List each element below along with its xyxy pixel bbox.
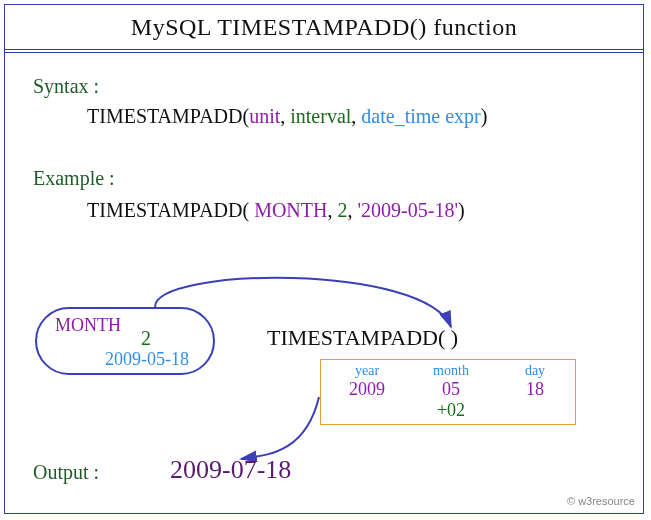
syntax-sep2: , bbox=[351, 105, 361, 127]
month-value: 05 bbox=[411, 379, 491, 400]
example-label: Example : bbox=[33, 167, 115, 190]
syntax-datetime: date_time expr bbox=[361, 105, 480, 127]
example-fn: TIMESTAMPADD( bbox=[87, 199, 254, 221]
col-year: year 2009 bbox=[327, 363, 407, 400]
input-interval: 2 bbox=[141, 327, 151, 350]
content-area: Syntax : TIMESTAMPADD(unit, interval, da… bbox=[5, 53, 643, 513]
input-bubble: MONTH 2 2009-05-18 bbox=[35, 307, 215, 375]
col-month: month 05 bbox=[411, 363, 491, 400]
syntax-fn: TIMESTAMPADD( bbox=[87, 105, 249, 127]
example-sep1: , bbox=[327, 199, 337, 221]
example-close: ) bbox=[458, 199, 465, 221]
syntax-interval: interval bbox=[290, 105, 351, 127]
example-sep2: , bbox=[347, 199, 357, 221]
syntax-label: Syntax : bbox=[33, 75, 99, 98]
diagram-frame: MySQL TIMESTAMPADD() function Syntax : T… bbox=[4, 4, 644, 514]
month-label: month bbox=[411, 363, 491, 379]
syntax-line: TIMESTAMPADD(unit, interval, date_time e… bbox=[87, 105, 487, 128]
syntax-unit: unit bbox=[249, 105, 280, 127]
syntax-close: ) bbox=[481, 105, 488, 127]
example-line: TIMESTAMPADD( MONTH, 2, '2009-05-18') bbox=[87, 199, 465, 222]
output-label: Output : bbox=[33, 461, 99, 484]
col-day: day 18 bbox=[495, 363, 575, 400]
date-breakdown-box: year 2009 month 05 day 18 +02 bbox=[320, 359, 576, 425]
month-delta: +02 bbox=[411, 400, 491, 421]
day-value: 18 bbox=[495, 379, 575, 400]
example-date: '2009-05-18' bbox=[357, 199, 458, 221]
year-label: year bbox=[327, 363, 407, 379]
year-value: 2009 bbox=[327, 379, 407, 400]
input-unit: MONTH bbox=[55, 315, 121, 336]
input-date: 2009-05-18 bbox=[105, 349, 189, 370]
credit: © w3resource bbox=[567, 495, 635, 507]
output-value: 2009-07-18 bbox=[170, 455, 291, 485]
syntax-sep1: , bbox=[280, 105, 290, 127]
day-label: day bbox=[495, 363, 575, 379]
example-unit: MONTH bbox=[254, 199, 327, 221]
example-interval: 2 bbox=[337, 199, 347, 221]
func-call: TIMESTAMPADD( ) bbox=[267, 325, 458, 351]
title: MySQL TIMESTAMPADD() function bbox=[5, 5, 643, 50]
